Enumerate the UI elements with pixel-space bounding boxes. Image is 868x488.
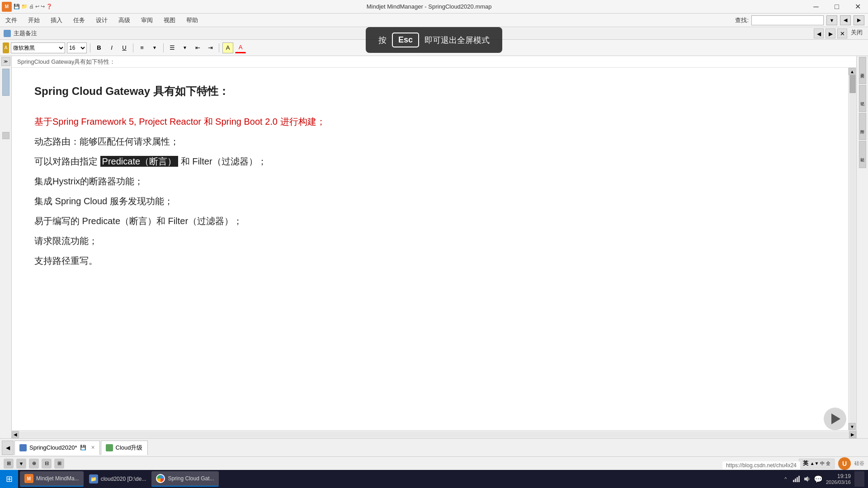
tab-1-close[interactable]: ✕	[91, 445, 95, 450]
lang-indicator[interactable]: 英 ▲▼ 中 全	[799, 459, 835, 469]
search-input[interactable]	[751, 15, 824, 25]
lang-extra: ▲▼ 中 全	[810, 460, 830, 467]
search-next[interactable]: ▶	[854, 15, 864, 25]
underline-button[interactable]: U	[119, 42, 130, 53]
notes-nav-forward[interactable]: ▶	[826, 28, 835, 38]
vertical-scrollbar[interactable]: ▲ ▼	[848, 68, 856, 430]
font-name-select[interactable]: 微软雅黑	[11, 42, 65, 53]
esc-suffix: 即可退出全屏模式	[425, 35, 490, 46]
content-title: Spring Cloud Gateway 具有如下特性：	[34, 85, 229, 97]
topic-path: SpringCloud Gateway具有如下特性：	[12, 56, 856, 68]
scroll-up-btn[interactable]: ▲	[849, 68, 856, 75]
notes-nav-back[interactable]: ◀	[814, 28, 824, 38]
indent-left[interactable]: ⇤	[192, 42, 203, 53]
list-dropdown[interactable]: ▼	[179, 42, 190, 53]
status-icon-5[interactable]: ⊞	[54, 459, 64, 469]
h-scroll-track[interactable]	[19, 432, 849, 438]
topic-path-text: SpringCloud Gateway具有如下特性：	[17, 58, 115, 66]
svg-rect-2	[797, 477, 798, 482]
play-button[interactable]	[824, 408, 846, 430]
menu-home[interactable]: 开始	[23, 14, 45, 26]
right-tab-4[interactable]: 标记	[859, 141, 866, 168]
right-tab-1[interactable]: 摘要	[859, 57, 866, 84]
svg-marker-4	[804, 476, 808, 482]
line-7-text: 请求限流功能；	[34, 236, 98, 246]
left-tab-1[interactable]	[2, 69, 9, 96]
notes-close-btn[interactable]: ✕	[837, 28, 847, 38]
tab-cloudupgrade[interactable]: Cloud升级	[101, 441, 148, 455]
menu-file[interactable]: 文件	[0, 14, 23, 26]
scroll-right-btn[interactable]: ▶	[849, 431, 856, 438]
indent-right[interactable]: ⇥	[205, 42, 216, 53]
menu-review[interactable]: 审阅	[136, 14, 158, 26]
right-tab-3[interactable]: 附件	[859, 113, 866, 140]
status-bar-left: ⊞ ▼ ⊕ ⊟ ⊞	[4, 459, 64, 469]
content-line-8: 支持路径重写。	[34, 253, 826, 269]
text-color-icon[interactable]: A	[3, 42, 9, 53]
scroll-track[interactable]	[849, 75, 856, 423]
vendor-label: 硅谷	[854, 460, 864, 467]
font-color-button[interactable]: A	[235, 42, 246, 53]
italic-button[interactable]: I	[106, 42, 117, 53]
esc-prefix: 按	[378, 35, 387, 46]
menu-insert[interactable]: 插入	[45, 14, 68, 26]
menu-view[interactable]: 视图	[158, 14, 181, 26]
line-3-pre: 可以对路由指定	[34, 156, 100, 166]
restore-button[interactable]: □	[826, 0, 847, 14]
clock-time: 19:19	[826, 473, 851, 479]
tab-1-icon	[19, 444, 27, 451]
content-layout: ≫ SpringCloud Gateway具有如下特性： Spring Clou…	[0, 56, 868, 438]
status-icon-1[interactable]: ⊞	[4, 459, 14, 469]
window-controls: ─ □ ✕	[806, 0, 868, 14]
taskbar-mindjet[interactable]: M Mindjet MindMa...	[20, 471, 84, 487]
notes-icon	[4, 30, 11, 37]
tab-1-label: SpringCloud2020*	[29, 444, 77, 451]
align-dropdown[interactable]: ▼	[149, 42, 160, 53]
minimize-button[interactable]: ─	[806, 0, 826, 14]
start-button[interactable]: ⊞	[0, 470, 18, 488]
bold-button[interactable]: B	[94, 42, 104, 53]
list-button[interactable]: ☰	[167, 42, 178, 53]
volume-icon[interactable]	[803, 475, 811, 483]
right-tab-2[interactable]: 笔记	[859, 85, 866, 112]
show-desktop[interactable]	[854, 471, 864, 487]
title-bar-left: M 💾 📁 🖨 ↩ ↪ ❓	[0, 2, 52, 12]
esc-overlay: 按 Esc 即可退出全屏模式	[366, 27, 502, 53]
menu-design[interactable]: 设计	[90, 14, 113, 26]
tray-chevron[interactable]: ^	[782, 475, 790, 483]
url-bar: https://blog.csdn.net/chu4x24	[722, 461, 800, 469]
menu-help[interactable]: 帮助	[181, 14, 203, 26]
taskbar-chrome[interactable]: Spring Cloud Gat...	[151, 471, 218, 487]
scroll-left-btn[interactable]: ◀	[12, 431, 19, 438]
notification-icon[interactable]: 💬	[814, 475, 822, 483]
sidebar-collapse[interactable]: ≫	[1, 57, 10, 66]
status-icon-2[interactable]: ▼	[16, 459, 26, 469]
tab-1-save[interactable]: 💾	[80, 445, 86, 450]
line-3-post: 和 Filter（过滤器）；	[178, 156, 267, 166]
network-icon[interactable]	[793, 475, 801, 483]
close-button[interactable]: ✕	[847, 0, 868, 14]
orange-badge-icon[interactable]: U	[838, 457, 851, 470]
content-editor[interactable]: Spring Cloud Gateway 具有如下特性： 基于Spring Fr…	[12, 68, 848, 430]
search-button[interactable]: ▼	[826, 15, 837, 25]
search-prev[interactable]: ◀	[840, 15, 851, 25]
tab-left-arrow[interactable]: ◀	[2, 441, 14, 455]
tab-springcloud2020[interactable]: SpringCloud2020* 💾 ✕	[14, 441, 100, 455]
status-icon-4[interactable]: ⊟	[42, 459, 52, 469]
menu-task[interactable]: 任务	[68, 14, 90, 26]
left-btn-1[interactable]	[2, 132, 9, 139]
horizontal-scrollbar[interactable]: ◀ ▶	[12, 430, 856, 438]
notes-close-label[interactable]: 关闭	[849, 28, 864, 38]
align-left-button[interactable]: ≡	[137, 42, 147, 53]
scroll-down-btn[interactable]: ▼	[849, 423, 856, 430]
font-size-select[interactable]: 16	[67, 42, 87, 53]
scroll-thumb[interactable]	[849, 75, 856, 93]
highlight-button[interactable]: A	[222, 42, 233, 53]
status-icon-3[interactable]: ⊕	[29, 459, 39, 469]
taskbar-cloud2020[interactable]: 📁 cloud2020 [D:\de...	[85, 471, 151, 487]
menu-bar: 文件 开始 插入 任务 设计 高级 审阅 视图 帮助 查找: ▼ ◀ ▶	[0, 14, 868, 27]
menu-advanced[interactable]: 高级	[113, 14, 136, 26]
clock-area[interactable]: 19:19 2026/03/16	[826, 473, 851, 485]
toolbar-separator-3	[163, 43, 164, 52]
content-title-line: Spring Cloud Gateway 具有如下特性：	[34, 81, 826, 101]
